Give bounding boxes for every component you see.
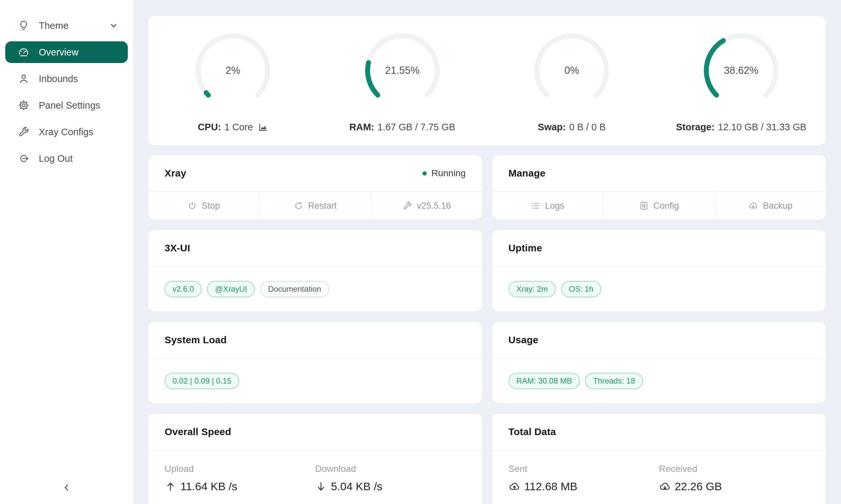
usage-title: Usage — [509, 335, 538, 345]
cloud-download-icon — [659, 481, 671, 492]
reload-icon — [294, 201, 304, 211]
storage-caption: Storage: 12.10 GB / 31.33 GB — [676, 122, 807, 132]
ram-caption: RAM: 1.67 GB / 7.75 GB — [349, 122, 455, 132]
swap-caption: Swap: 0 B / 0 B — [538, 122, 606, 132]
overall-speed-title: Overall Speed — [165, 426, 231, 437]
sent-stat: Sent 112.68 MB — [509, 464, 659, 493]
load-average-tag: 0.02 | 0.09 | 0.15 — [165, 373, 239, 389]
total-data-card: Total Data Sent 112.68 MB Received — [492, 413, 826, 504]
chevron-down-icon — [109, 21, 119, 31]
received-stat: Received 22.26 GB — [659, 464, 809, 493]
manage-card: Manage Logs Config — [492, 155, 826, 220]
telegram-tag[interactable]: @XrayUI — [207, 281, 255, 297]
arrow-down-icon — [315, 481, 327, 492]
overall-speed-card: Overall Speed Upload 11.64 KB /s Downloa… — [148, 413, 483, 504]
user-icon — [18, 73, 30, 85]
cloud-backup-icon — [748, 201, 758, 211]
threads-tag: Threads: 18 — [585, 373, 643, 389]
status-label: Running — [431, 168, 465, 179]
uptime-title: Uptime — [509, 242, 543, 254]
sidebar-item-inbounds[interactable]: Inbounds — [5, 68, 128, 90]
logout-icon — [18, 152, 30, 164]
stop-button[interactable]: Stop — [148, 192, 259, 219]
download-stat: Download 5.04 KB /s — [315, 464, 465, 493]
cpu-gauge: 2% CPU: 1 Core — [156, 28, 310, 132]
received-value: 22.26 GB — [675, 480, 722, 493]
backup-button[interactable]: Backup — [715, 192, 826, 219]
system-load-title: System Load — [165, 335, 227, 345]
swap-percent: 0% — [529, 28, 614, 113]
os-uptime-tag: OS: 1h — [561, 281, 601, 297]
cpu-caption: CPU: 1 Core — [198, 122, 268, 132]
restart-button[interactable]: Restart — [259, 192, 371, 219]
upload-value: 11.64 KB /s — [181, 480, 237, 493]
main-content: 2% CPU: 1 Core 21.55% RAM: 1.67 GB / 7.7… — [133, 0, 841, 504]
wrench-icon — [18, 126, 30, 138]
power-icon — [187, 201, 197, 211]
sidebar-collapse-button[interactable] — [0, 479, 133, 498]
ram-gauge: 21.55% RAM: 1.67 GB / 7.75 GB — [325, 28, 480, 132]
sidebar-item-overview[interactable]: Overview — [5, 41, 128, 63]
sidebar-item-label: Theme — [39, 20, 68, 31]
cpu-percent: 2% — [190, 28, 276, 113]
manage-card-title: Manage — [509, 168, 546, 179]
cpu-history-chart-icon[interactable] — [258, 122, 268, 132]
list-icon — [531, 201, 540, 211]
sidebar: Theme Overview Inbounds Panel Settings X… — [0, 0, 133, 504]
sidebar-item-label: Inbounds — [39, 73, 78, 84]
storage-gauge: 38.62% Storage: 12.10 GB / 31.33 GB — [664, 28, 818, 132]
uptime-card: Uptime Xray: 2m OS: 1h — [492, 230, 826, 312]
cloud-upload-icon — [509, 481, 520, 492]
system-load-card: System Load 0.02 | 0.09 | 0.15 — [148, 322, 483, 403]
dashboard-gauge-icon — [18, 46, 30, 58]
sidebar-item-label: Xray Configs — [39, 127, 93, 138]
system-gauges-card: 2% CPU: 1 Core 21.55% RAM: 1.67 GB / 7.7… — [148, 16, 826, 146]
sent-value: 112.68 MB — [524, 480, 578, 493]
status-dot — [423, 171, 427, 176]
usage-card: Usage RAM: 30.08 MB Threads: 18 — [492, 322, 826, 403]
ram-percent: 21.55% — [360, 28, 445, 113]
sidebar-item-label: Overview — [39, 47, 79, 58]
ram-usage-tag: RAM: 30.08 MB — [509, 373, 580, 389]
gear-icon — [18, 100, 30, 111]
xray-uptime-tag: Xray: 2m — [509, 281, 556, 297]
threex-ui-card: 3X-UI v2.6.0 @XrayUI Documentation — [148, 230, 483, 312]
sidebar-item-label: Panel Settings — [39, 100, 100, 111]
arrow-up-icon — [165, 481, 176, 492]
xray-status: Running — [423, 168, 465, 179]
sidebar-item-xray-configs[interactable]: Xray Configs — [5, 121, 128, 143]
chevron-left-icon — [62, 482, 72, 494]
sidebar-item-panel-settings[interactable]: Panel Settings — [5, 94, 128, 116]
sidebar-item-label: Log Out — [39, 153, 73, 164]
upload-stat: Upload 11.64 KB /s — [165, 464, 315, 493]
threex-ui-title: 3X-UI — [165, 242, 190, 254]
total-data-title: Total Data — [509, 426, 556, 437]
sidebar-item-theme[interactable]: Theme — [5, 15, 128, 36]
xray-card-title: Xray — [165, 168, 186, 179]
logs-button[interactable]: Logs — [492, 192, 603, 219]
wrench-icon — [402, 201, 412, 211]
swap-gauge: 0% Swap: 0 B / 0 B — [494, 28, 649, 132]
sidebar-item-log-out[interactable]: Log Out — [5, 148, 128, 169]
config-button[interactable]: Config — [603, 192, 715, 219]
sliders-icon — [639, 201, 649, 211]
documentation-tag[interactable]: Documentation — [260, 281, 329, 297]
storage-percent: 38.62% — [699, 28, 784, 113]
xray-card: Xray Running Stop Restart — [148, 155, 483, 220]
xray-version-button[interactable]: v25.5.16 — [371, 192, 482, 219]
download-value: 5.04 KB /s — [331, 480, 382, 493]
version-tag[interactable]: v2.6.0 — [165, 281, 202, 297]
bulb-icon — [18, 20, 30, 32]
